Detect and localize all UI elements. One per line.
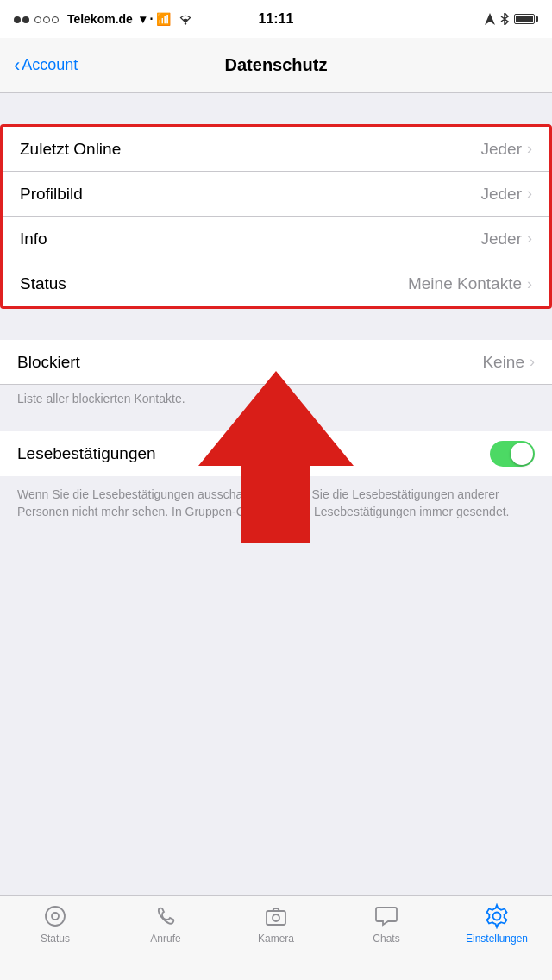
privacy-settings-group: Zuletzt Online Jeder › Profilbild Jeder …: [0, 124, 552, 309]
section-gap-small: [0, 414, 552, 431]
lesebestatigungen-row[interactable]: Lesebestätigungen: [0, 431, 552, 476]
svg-point-0: [184, 22, 185, 24]
location-icon: [485, 13, 495, 25]
kamera-tab-icon: [263, 903, 289, 929]
info-label: Info: [20, 229, 47, 248]
chevron-right-icon: ›: [530, 353, 535, 371]
chat-icon: [374, 904, 398, 928]
tab-einstellungen[interactable]: Einstellungen: [442, 903, 552, 945]
chevron-right-icon: ›: [527, 140, 532, 158]
profilbild-label: Profilbild: [20, 185, 83, 204]
tab-chats-label: Chats: [373, 933, 399, 945]
profilbild-row[interactable]: Profilbild Jeder ›: [3, 172, 549, 217]
status-row[interactable]: Status Meine Kontakte ›: [3, 261, 549, 306]
svg-point-5: [273, 914, 279, 921]
status-bar: Telekom.de ▾ ⋅ 📶 11:11: [0, 0, 552, 38]
tab-kamera[interactable]: Kamera: [221, 903, 331, 945]
svg-point-2: [46, 907, 65, 926]
tab-anrufe-label: Anrufe: [150, 933, 180, 945]
zuletzt-online-value: Jeder ›: [480, 140, 532, 159]
svg-point-6: [493, 913, 501, 920]
anrufe-tab-icon: [153, 903, 179, 929]
page-title: Datenschutz: [225, 55, 328, 75]
status-value: Meine Kontakte ›: [408, 274, 532, 293]
gear-icon: [484, 903, 510, 929]
battery-indicator: [514, 14, 538, 24]
status-time: 11:11: [259, 11, 294, 27]
status-label: Status: [20, 274, 66, 293]
section-gap-top: [0, 93, 552, 124]
status-tab-icon: [42, 903, 68, 929]
back-chevron-icon: ‹: [14, 56, 20, 75]
carrier-label: Telekom.de: [67, 12, 133, 26]
chevron-right-icon: ›: [527, 185, 532, 203]
wifi-icon-svg: [178, 13, 193, 25]
tab-einstellungen-label: Einstellungen: [466, 933, 528, 945]
svg-marker-1: [485, 13, 495, 25]
lesebestatigungen-note: Wenn Sie die Lesebestätigungen ausschalt…: [0, 476, 552, 534]
tab-kamera-label: Kamera: [258, 933, 294, 945]
chevron-right-icon: ›: [527, 229, 532, 248]
signal-dots: [14, 12, 60, 26]
tab-chats[interactable]: Chats: [331, 903, 442, 945]
tab-status-label: Status: [41, 933, 70, 945]
back-button[interactable]: ‹ Account: [14, 56, 78, 75]
toggle-knob: [511, 443, 533, 465]
blockiert-label: Blockiert: [17, 353, 80, 372]
status-bar-left: Telekom.de ▾ ⋅ 📶: [14, 12, 193, 26]
bluetooth-icon: [500, 13, 509, 25]
zuletzt-online-row[interactable]: Zuletzt Online Jeder ›: [3, 127, 549, 172]
blockiert-note: Liste aller blockierten Kontakte.: [0, 385, 552, 414]
lesebestatigungen-toggle[interactable]: [490, 441, 535, 467]
blockiert-row[interactable]: Blockiert Keine ›: [0, 340, 552, 385]
profilbild-value: Jeder ›: [480, 185, 532, 204]
section-gap-mid: [0, 309, 552, 340]
back-label: Account: [22, 56, 78, 74]
svg-rect-4: [267, 911, 285, 925]
camera-icon: [264, 904, 288, 928]
einstellungen-tab-icon: [484, 903, 510, 929]
wifi-icon: ▾ ⋅ 📶: [140, 12, 171, 26]
status-icon: [43, 904, 67, 928]
status-bar-right: [485, 13, 538, 25]
zuletzt-online-label: Zuletzt Online: [20, 140, 121, 159]
blockiert-value: Keine ›: [482, 353, 535, 372]
lesebestatigungen-label: Lesebestätigungen: [17, 444, 156, 463]
chevron-right-icon: ›: [527, 275, 532, 293]
nav-bar: ‹ Account Datenschutz: [0, 38, 552, 93]
tab-bar: Status Anrufe Kamera Chats: [0, 895, 552, 980]
info-row[interactable]: Info Jeder ›: [3, 217, 549, 261]
svg-point-3: [52, 913, 59, 920]
tab-anrufe[interactable]: Anrufe: [110, 903, 221, 945]
info-value: Jeder ›: [480, 229, 532, 248]
tab-status[interactable]: Status: [0, 903, 110, 945]
chats-tab-icon: [373, 903, 399, 929]
phone-icon: [154, 904, 178, 928]
